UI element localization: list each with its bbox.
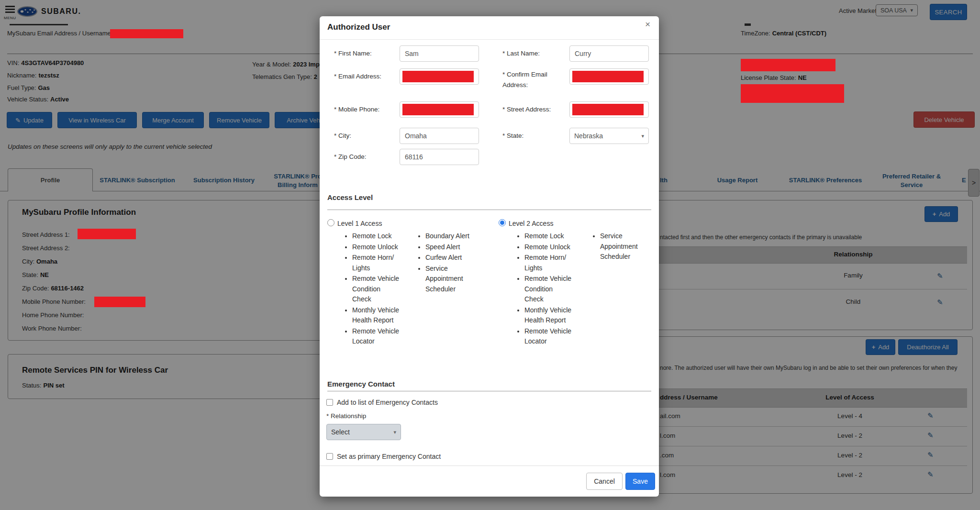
state-select[interactable]: Nebraska ▾ — [569, 128, 649, 144]
app-window: MENU SUBARU. Active Market: SOA USA ▾ SE… — [0, 0, 980, 510]
state-value: Nebraska — [574, 132, 603, 140]
feature-item: Remote Vehicle Condition Check — [524, 274, 578, 305]
level-1-access-radio[interactable] — [327, 219, 334, 226]
modal-title: Authorized User — [327, 22, 390, 32]
last-name-label: * Last Name: — [502, 50, 540, 57]
add-emergency-contact-label: Add to list of Emergency Contacts — [337, 399, 438, 406]
redaction-block — [402, 104, 474, 115]
redaction-block — [741, 84, 844, 103]
email-label: * Email Address: — [334, 73, 381, 80]
city-label: * City: — [334, 132, 351, 139]
feature-item: Curfew Alert — [425, 253, 483, 264]
close-icon[interactable]: × — [645, 19, 650, 30]
access-level-heading: Access Level — [327, 193, 373, 201]
emergency-contact-heading: Emergency Contact — [327, 380, 395, 388]
feature-item: Service Appointment Scheduler — [425, 264, 483, 295]
mobile-phone-label: * Mobile Phone: — [334, 106, 379, 113]
feature-item: Remote Lock — [352, 231, 406, 242]
feature-item: Remote Vehicle Locator — [524, 326, 578, 347]
last-name-input[interactable] — [569, 45, 649, 62]
confirm-email-input[interactable] — [569, 68, 649, 85]
feature-item: Remote Lock — [524, 231, 578, 242]
feature-item: Remote Unlock — [524, 242, 578, 253]
feature-item: Remote Horn/ Lights — [524, 253, 578, 274]
first-name-label: * First Name: — [334, 50, 372, 57]
level-2-access-label: Level 2 Access — [509, 220, 553, 227]
redaction-block — [572, 71, 644, 82]
relationship-value: Select — [331, 428, 350, 436]
modal-header-divider — [320, 39, 659, 40]
city-input[interactable] — [400, 128, 479, 144]
primary-emergency-contact-label: Set as primary Emergency Contact — [337, 453, 441, 460]
feature-item: Speed Alert — [425, 242, 483, 253]
redaction-block — [572, 104, 644, 115]
feature-item: Service Appointment Scheduler — [600, 231, 657, 263]
state-label: * State: — [502, 132, 523, 139]
zip-code-label: * Zip Code: — [334, 153, 367, 160]
redaction-block — [110, 29, 183, 38]
confirm-email-label: * Confirm Email Address: — [502, 69, 547, 90]
relationship-select[interactable]: Select ▾ — [326, 424, 401, 440]
first-name-input[interactable] — [400, 45, 479, 62]
level-1-access-label: Level 1 Access — [337, 220, 382, 227]
level-1-features-col-2: Boundary Alert Speed Alert Curfew Alert … — [417, 231, 483, 295]
primary-emergency-contact-checkbox[interactable] — [326, 453, 333, 460]
feature-item: Monthly Vehicle Health Report — [352, 305, 406, 326]
relationship-label: * Relationship — [326, 412, 366, 420]
chevron-down-icon: ▾ — [393, 429, 396, 435]
street-address-input[interactable] — [569, 101, 649, 118]
street-address-label: * Street Address: — [502, 106, 551, 113]
feature-item: Remote Horn/ Lights — [352, 253, 406, 274]
save-button[interactable]: Save — [625, 473, 655, 490]
feature-item: Remote Vehicle Locator — [352, 326, 406, 347]
feature-item: Remote Unlock — [352, 242, 406, 253]
feature-item: Remote Vehicle Condition Check — [352, 274, 406, 305]
emergency-contact-divider — [327, 391, 651, 391]
redaction-block — [78, 229, 136, 239]
redaction-block — [94, 297, 145, 307]
redaction-block — [741, 59, 835, 71]
zip-code-input[interactable] — [400, 149, 479, 165]
mobile-phone-input[interactable] — [400, 101, 479, 118]
feature-item: Monthly Vehicle Health Report — [524, 305, 578, 326]
authorized-user-modal: Authorized User × * First Name: * Last N… — [320, 16, 659, 497]
level-2-features-col-2: Service Appointment Scheduler — [591, 231, 657, 263]
redaction-block — [402, 71, 474, 82]
access-level-divider — [327, 210, 651, 210]
level-2-features-col-1: Remote Lock Remote Unlock Remote Horn/ L… — [516, 231, 578, 347]
chevron-down-icon: ▾ — [641, 133, 644, 139]
modal-footer-divider — [320, 466, 659, 466]
cancel-button[interactable]: Cancel — [586, 473, 623, 490]
feature-item: Boundary Alert — [425, 231, 483, 242]
email-input[interactable] — [400, 68, 479, 85]
add-emergency-contact-checkbox[interactable] — [326, 399, 333, 406]
level-2-access-radio[interactable] — [499, 219, 506, 226]
level-1-features-col-1: Remote Lock Remote Unlock Remote Horn/ L… — [344, 231, 406, 347]
